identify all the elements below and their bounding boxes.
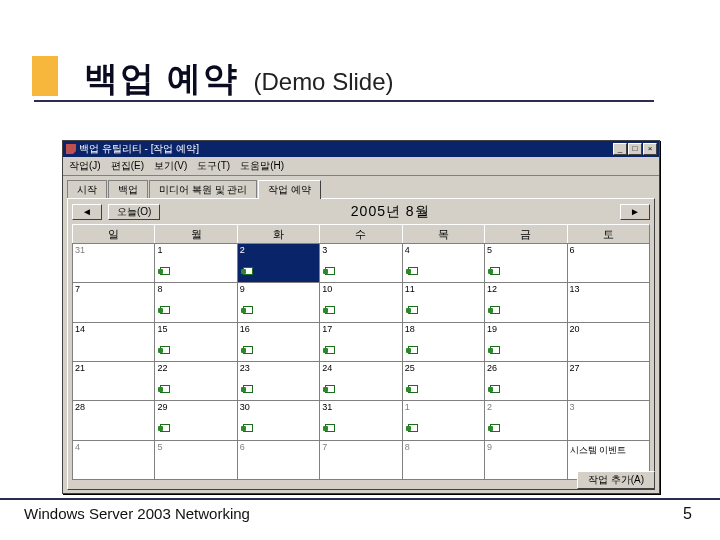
titlebar[interactable]: 백업 유틸리티 - [작업 예약] _ □ × bbox=[63, 141, 659, 157]
day-number: 3 bbox=[322, 245, 399, 255]
calendar-cell[interactable]: 13 bbox=[567, 282, 650, 322]
calendar-cell[interactable]: 8 bbox=[402, 440, 485, 480]
next-month-button[interactable]: ► bbox=[620, 204, 650, 220]
calendar-cell[interactable]: 27 bbox=[567, 361, 650, 401]
calendar-cell[interactable]: 20 bbox=[567, 322, 650, 362]
backup-job-icon[interactable] bbox=[405, 305, 417, 315]
maximize-button[interactable]: □ bbox=[628, 143, 642, 155]
calendar-cell[interactable]: 4 bbox=[402, 243, 485, 283]
backup-job-icon[interactable] bbox=[487, 345, 499, 355]
day-number: 5 bbox=[487, 245, 564, 255]
minimize-button[interactable]: _ bbox=[613, 143, 627, 155]
backup-job-icon[interactable] bbox=[240, 384, 252, 394]
calendar-cell[interactable]: 8 bbox=[154, 282, 237, 322]
day-number: 9 bbox=[487, 442, 564, 452]
calendar-cell[interactable]: 29 bbox=[154, 400, 237, 440]
calendar-cell[interactable]: 24 bbox=[319, 361, 402, 401]
calendar-cell[interactable]: 3 bbox=[319, 243, 402, 283]
calendar-cell[interactable]: 14 bbox=[72, 322, 155, 362]
tab-0[interactable]: 시작 bbox=[67, 180, 107, 199]
calendar-cell[interactable]: 9 bbox=[484, 440, 567, 480]
backup-job-icon[interactable] bbox=[322, 266, 334, 276]
backup-job-icon[interactable] bbox=[405, 423, 417, 433]
backup-job-icon[interactable] bbox=[487, 305, 499, 315]
day-number: 7 bbox=[75, 284, 152, 294]
menu-item[interactable]: 도움말(H) bbox=[240, 159, 284, 173]
day-number: 18 bbox=[405, 324, 482, 334]
day-number: 5 bbox=[157, 442, 234, 452]
calendar-cell[interactable]: 2 bbox=[237, 243, 320, 283]
backup-job-icon[interactable] bbox=[405, 345, 417, 355]
calendar-cell[interactable]: 7 bbox=[72, 282, 155, 322]
tab-2[interactable]: 미디어 복원 및 관리 bbox=[149, 180, 257, 199]
backup-job-icon[interactable] bbox=[487, 384, 499, 394]
calendar-cell[interactable]: 6 bbox=[237, 440, 320, 480]
backup-job-icon[interactable] bbox=[240, 423, 252, 433]
calendar-cell[interactable]: 9 bbox=[237, 282, 320, 322]
calendar-cell[interactable]: 30 bbox=[237, 400, 320, 440]
close-button[interactable]: × bbox=[643, 143, 657, 155]
day-number: 20 bbox=[570, 324, 647, 334]
calendar-cell[interactable]: 10 bbox=[319, 282, 402, 322]
calendar-cell[interactable]: 6 bbox=[567, 243, 650, 283]
calendar-cell[interactable]: 1 bbox=[154, 243, 237, 283]
backup-utility-window: 백업 유틸리티 - [작업 예약] _ □ × 작업(J)편집(E)보기(V)도… bbox=[62, 140, 660, 494]
calendar-grid: 3112345678910111213141516171819202122232… bbox=[72, 244, 650, 480]
backup-job-icon[interactable] bbox=[322, 305, 334, 315]
tab-1[interactable]: 백업 bbox=[108, 180, 148, 199]
backup-job-icon[interactable] bbox=[157, 384, 169, 394]
tabbar: 시작백업미디어 복원 및 관리작업 예약 bbox=[63, 176, 659, 198]
calendar-cell[interactable]: 18 bbox=[402, 322, 485, 362]
add-job-button[interactable]: 작업 추가(A) bbox=[577, 471, 655, 489]
calendar-cell[interactable]: 15 bbox=[154, 322, 237, 362]
backup-job-icon[interactable] bbox=[157, 305, 169, 315]
calendar-cell[interactable]: 12 bbox=[484, 282, 567, 322]
calendar-cell[interactable]: 21 bbox=[72, 361, 155, 401]
calendar-cell[interactable]: 11 bbox=[402, 282, 485, 322]
day-number: 3 bbox=[570, 402, 647, 412]
calendar-cell[interactable]: 31 bbox=[319, 400, 402, 440]
calendar-cell[interactable]: 2 bbox=[484, 400, 567, 440]
calendar-cell[interactable]: 19 bbox=[484, 322, 567, 362]
backup-job-icon[interactable] bbox=[240, 305, 252, 315]
menu-item[interactable]: 편집(E) bbox=[111, 159, 144, 173]
calendar-cell[interactable]: 23 bbox=[237, 361, 320, 401]
calendar-cell[interactable]: 5 bbox=[484, 243, 567, 283]
calendar-cell[interactable]: 1 bbox=[402, 400, 485, 440]
calendar-cell[interactable]: 4 bbox=[72, 440, 155, 480]
calendar-cell[interactable]: 28 bbox=[72, 400, 155, 440]
backup-job-icon[interactable] bbox=[157, 345, 169, 355]
backup-job-icon[interactable] bbox=[157, 423, 169, 433]
backup-job-icon[interactable] bbox=[487, 423, 499, 433]
backup-job-icon[interactable] bbox=[322, 423, 334, 433]
calendar-cell[interactable]: 25 bbox=[402, 361, 485, 401]
day-header: 화 bbox=[237, 224, 320, 244]
day-header: 금 bbox=[484, 224, 567, 244]
backup-job-icon[interactable] bbox=[322, 345, 334, 355]
prev-month-button[interactable]: ◄ bbox=[72, 204, 102, 220]
menu-item[interactable]: 보기(V) bbox=[154, 159, 187, 173]
backup-job-icon[interactable] bbox=[487, 266, 499, 276]
slide-subtitle: (Demo Slide) bbox=[253, 68, 393, 96]
calendar-cell[interactable]: 7 bbox=[319, 440, 402, 480]
backup-job-icon[interactable] bbox=[405, 266, 417, 276]
menubar: 작업(J)편집(E)보기(V)도구(T)도움말(H) bbox=[63, 157, 659, 176]
menu-item[interactable]: 도구(T) bbox=[197, 159, 230, 173]
backup-job-icon[interactable] bbox=[240, 266, 252, 276]
calendar-cell[interactable]: 31 bbox=[72, 243, 155, 283]
backup-job-icon[interactable] bbox=[240, 345, 252, 355]
day-number: 14 bbox=[75, 324, 152, 334]
tab-3[interactable]: 작업 예약 bbox=[258, 180, 321, 199]
calendar-cell[interactable]: 3 bbox=[567, 400, 650, 440]
backup-job-icon[interactable] bbox=[322, 384, 334, 394]
calendar-cell[interactable]: 5 bbox=[154, 440, 237, 480]
calendar-cell[interactable]: 26 bbox=[484, 361, 567, 401]
backup-job-icon[interactable] bbox=[405, 384, 417, 394]
calendar-cell[interactable]: 17 bbox=[319, 322, 402, 362]
menu-item[interactable]: 작업(J) bbox=[69, 159, 101, 173]
day-number: 26 bbox=[487, 363, 564, 373]
calendar-cell[interactable]: 22 bbox=[154, 361, 237, 401]
calendar-cell[interactable]: 16 bbox=[237, 322, 320, 362]
backup-job-icon[interactable] bbox=[157, 266, 169, 276]
today-button[interactable]: 오늘(O) bbox=[108, 204, 160, 220]
